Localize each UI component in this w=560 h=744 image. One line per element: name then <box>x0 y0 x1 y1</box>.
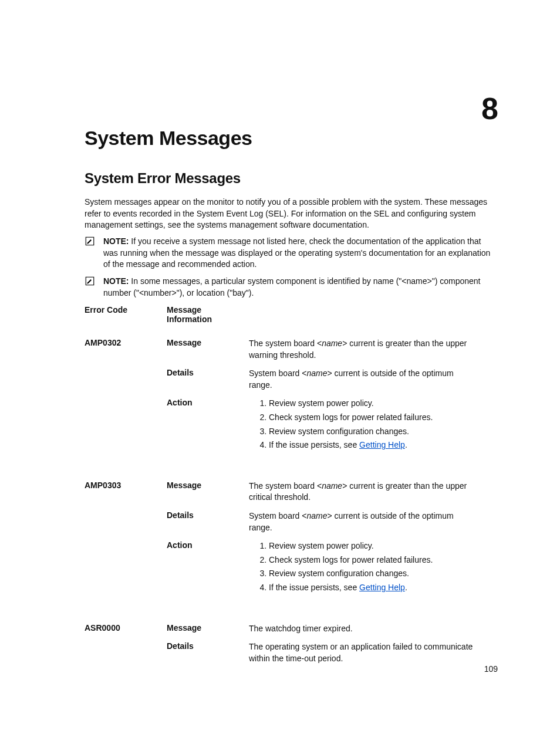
page-number: 109 <box>484 664 498 674</box>
label-details: Details <box>167 510 249 520</box>
message-text: The system board <name> current is great… <box>249 338 478 361</box>
col-header-message-info: Message Information <box>167 305 249 324</box>
placeholder-name: name <box>306 511 327 520</box>
intro-paragraph: System messages appear on the monitor to… <box>85 197 498 231</box>
error-table: Error Code Message Information AMP0302 M… <box>85 305 498 671</box>
label-details: Details <box>167 641 249 651</box>
text: If the issue persists, see <box>269 440 359 449</box>
text: If the issue persists, see <box>269 583 359 592</box>
note-block: NOTE: In some messages, a particular sys… <box>85 276 498 299</box>
message-text: The system board <name> current is great… <box>249 481 478 503</box>
list-item: Review system power policy. <box>269 540 478 554</box>
placeholder-name: name <box>322 339 342 348</box>
note-text: In some messages, a particular system co… <box>103 276 481 297</box>
message-text: The watchdog timer expired. <box>249 623 478 635</box>
list-item: Review system power policy. <box>269 398 478 412</box>
list-item: If the issue persists, see Getting Help. <box>269 439 478 454</box>
text: . <box>405 440 407 449</box>
label-details: Details <box>167 368 249 377</box>
text: . <box>405 583 407 592</box>
table-row: AMP0302 Message The system board <name> … <box>85 332 498 461</box>
list-item: Review system configuration changes. <box>269 426 478 440</box>
label-message: Message <box>167 338 249 347</box>
action-steps: Review system power policy. Check system… <box>249 398 478 453</box>
note-block: NOTE: If you receive a system message no… <box>85 236 498 270</box>
text: The system board < <box>249 339 322 348</box>
page-title: System Messages <box>85 127 252 150</box>
error-code: ASR0000 <box>85 623 167 633</box>
table-row: AMP0303 Message The system board <name> … <box>85 475 498 603</box>
note-icon <box>85 236 96 250</box>
getting-help-link[interactable]: Getting Help <box>359 583 405 592</box>
list-item: If the issue persists, see Getting Help. <box>269 582 478 596</box>
note-text: If you receive a system message not list… <box>103 236 491 269</box>
text: System board < <box>249 368 306 378</box>
text: System board < <box>249 511 306 520</box>
details-text: System board <name> current is outside o… <box>249 368 478 391</box>
label-message: Message <box>167 481 249 490</box>
table-row: ASR0000 Message The watchdog timer expir… <box>85 617 498 672</box>
getting-help-link[interactable]: Getting Help <box>359 440 405 449</box>
note-label: NOTE: <box>103 236 129 246</box>
details-text: The operating system or an application f… <box>249 641 478 664</box>
placeholder-name: name <box>322 481 342 491</box>
details-text: System board <name> current is outside o… <box>249 510 478 533</box>
section-heading: System Error Messages <box>85 170 241 187</box>
note-icon <box>85 276 96 290</box>
error-code: AMP0303 <box>85 481 167 490</box>
list-item: Check system logs for power related fail… <box>269 412 478 426</box>
placeholder-name: name <box>306 368 327 378</box>
label-message: Message <box>167 623 249 633</box>
action-steps: Review system power policy. Check system… <box>249 540 478 596</box>
note-label: NOTE: <box>103 276 129 286</box>
list-item: Check system logs for power related fail… <box>269 554 478 569</box>
label-action: Action <box>167 398 249 407</box>
col-header-error-code: Error Code <box>85 305 167 324</box>
text: The system board < <box>249 481 322 491</box>
error-code: AMP0302 <box>85 338 167 347</box>
label-action: Action <box>167 540 249 550</box>
chapter-number: 8 <box>481 91 498 126</box>
list-item: Review system configuration changes. <box>269 568 478 582</box>
